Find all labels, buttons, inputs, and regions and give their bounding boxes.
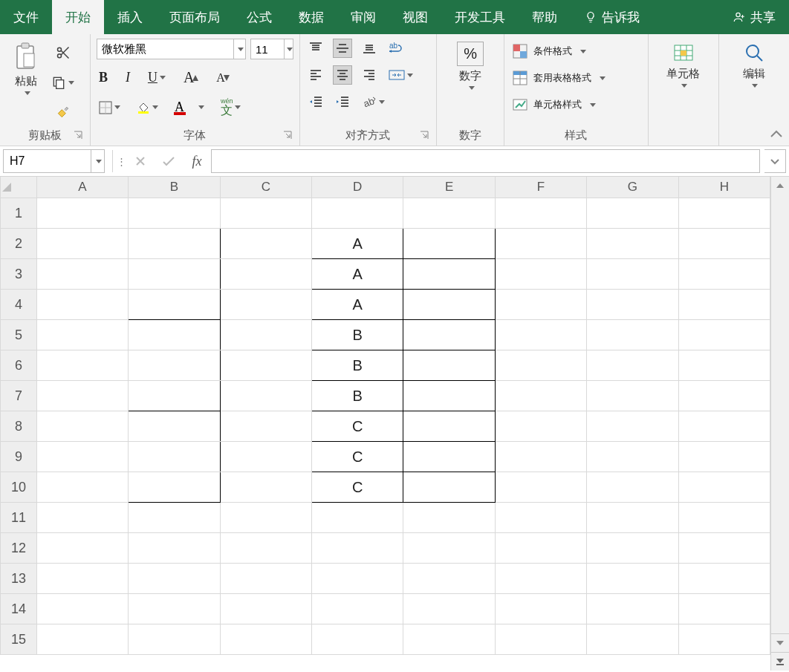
cell-G9[interactable] — [587, 442, 678, 472]
cell-F12[interactable] — [495, 533, 586, 564]
cell-F4[interactable] — [495, 290, 586, 320]
col-header-H[interactable]: H — [678, 177, 770, 198]
font-name-input[interactable] — [97, 43, 233, 56]
cell-E14[interactable] — [403, 594, 495, 624]
valign-top-button[interactable] — [306, 39, 325, 58]
cell-G7[interactable] — [587, 381, 678, 411]
decrease-indent-button[interactable] — [306, 92, 325, 111]
tab-review[interactable]: 审阅 — [337, 0, 389, 34]
cell-C12[interactable] — [220, 533, 311, 564]
cell-C11[interactable] — [220, 503, 311, 533]
cell-B3[interactable] — [129, 259, 220, 290]
cell-H15[interactable] — [678, 624, 770, 655]
format-painter-button[interactable] — [53, 102, 73, 122]
tab-developer[interactable]: 开发工具 — [441, 0, 519, 34]
cell-H13[interactable] — [678, 564, 770, 594]
copy-button[interactable] — [49, 73, 77, 92]
cell-D8[interactable]: C — [311, 411, 403, 442]
cell-E10[interactable] — [403, 472, 495, 503]
font-size-dropdown[interactable] — [284, 39, 293, 59]
worksheet-grid[interactable]: ABCDEFGH12A3A4A5B6B7B8C9C10C1112131415 — [0, 177, 770, 671]
cell-H1[interactable] — [678, 198, 770, 229]
tab-page-layout[interactable]: 页面布局 — [156, 0, 233, 34]
cell-F13[interactable] — [495, 564, 586, 594]
row-header-6[interactable]: 6 — [1, 350, 37, 381]
tab-home[interactable]: 开始 — [52, 0, 104, 34]
cell-E12[interactable] — [403, 533, 495, 564]
valign-middle-button[interactable] — [333, 39, 352, 58]
scroll-down-button[interactable] — [771, 633, 789, 653]
italic-button[interactable]: I — [123, 68, 132, 88]
cell-C9[interactable] — [220, 442, 311, 472]
cell-F6[interactable] — [495, 350, 586, 381]
tab-formulas[interactable]: 公式 — [233, 0, 285, 34]
cell-G10[interactable] — [587, 472, 678, 503]
cell-H2[interactable] — [678, 229, 770, 259]
cell-A14[interactable] — [36, 594, 128, 624]
cell-H6[interactable] — [678, 350, 770, 381]
col-header-E[interactable]: E — [403, 177, 495, 198]
cell-C1[interactable] — [220, 198, 311, 229]
tab-file[interactable]: 文件 — [0, 0, 52, 34]
cell-C10[interactable] — [220, 472, 311, 503]
cell-E4[interactable] — [403, 290, 495, 320]
cell-C6[interactable] — [220, 350, 311, 381]
cell-H3[interactable] — [678, 259, 770, 290]
cell-B9[interactable] — [129, 442, 220, 472]
cell-E15[interactable] — [403, 624, 495, 655]
cell-C5[interactable] — [220, 320, 311, 350]
col-header-B[interactable]: B — [129, 177, 220, 198]
cell-A6[interactable] — [36, 350, 128, 381]
tab-view[interactable]: 视图 — [389, 0, 441, 34]
cell-A5[interactable] — [36, 320, 128, 350]
cell-D4[interactable]: A — [311, 290, 403, 320]
cell-A3[interactable] — [36, 259, 128, 290]
cell-G3[interactable] — [587, 259, 678, 290]
cell-A1[interactable] — [36, 198, 128, 229]
scroll-track[interactable] — [771, 195, 789, 633]
row-header-7[interactable]: 7 — [1, 381, 37, 411]
name-box-dropdown[interactable] — [91, 150, 104, 172]
cell-F14[interactable] — [495, 594, 586, 624]
underline-button[interactable]: U — [146, 68, 168, 88]
tab-data[interactable]: 数据 — [285, 0, 337, 34]
dialog-launcher-font[interactable] — [283, 131, 293, 141]
cell-B4[interactable] — [129, 290, 220, 320]
cell-B6[interactable] — [129, 350, 220, 381]
share-button[interactable]: 共享 — [719, 0, 789, 34]
row-header-14[interactable]: 14 — [1, 594, 37, 624]
formula-input-wrap[interactable] — [211, 149, 760, 173]
orientation-button[interactable]: ab — [360, 92, 387, 111]
cell-H8[interactable] — [678, 411, 770, 442]
expand-formula-bar-button[interactable] — [764, 149, 786, 173]
merge-center-button[interactable] — [386, 65, 415, 85]
cell-B14[interactable] — [129, 594, 220, 624]
cell-G13[interactable] — [587, 564, 678, 594]
row-header-4[interactable]: 4 — [1, 290, 37, 320]
cell-H9[interactable] — [678, 442, 770, 472]
cells-button[interactable]: 单元格 — [659, 39, 707, 91]
cell-C8[interactable] — [220, 411, 311, 442]
dialog-launcher-align[interactable] — [420, 131, 430, 141]
cell-D7[interactable]: B — [311, 381, 403, 411]
cell-H7[interactable] — [678, 381, 770, 411]
cell-D1[interactable] — [311, 198, 403, 229]
row-header-15[interactable]: 15 — [1, 624, 37, 655]
row-header-9[interactable]: 9 — [1, 442, 37, 472]
cell-A9[interactable] — [36, 442, 128, 472]
cell-C14[interactable] — [220, 594, 311, 624]
cell-B15[interactable] — [129, 624, 220, 655]
cell-F2[interactable] — [495, 229, 586, 259]
cell-C15[interactable] — [220, 624, 311, 655]
cell-G14[interactable] — [587, 594, 678, 624]
col-header-A[interactable]: A — [36, 177, 128, 198]
cell-D11[interactable] — [311, 503, 403, 533]
cell-C2[interactable] — [220, 229, 311, 259]
row-header-13[interactable]: 13 — [1, 564, 37, 594]
fill-color-button[interactable] — [134, 99, 160, 117]
valign-bottom-button[interactable] — [360, 39, 379, 58]
cell-G5[interactable] — [587, 320, 678, 350]
col-header-F[interactable]: F — [495, 177, 586, 198]
cell-C13[interactable] — [220, 564, 311, 594]
format-as-table-button[interactable]: 套用表格格式 — [510, 68, 608, 88]
